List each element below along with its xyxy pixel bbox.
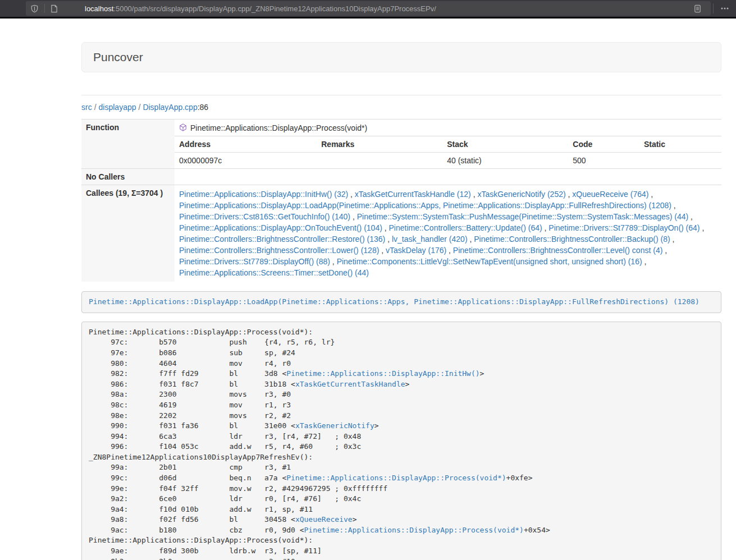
function-row: Function Pinetime::Applications::Display… xyxy=(81,120,721,136)
reader-mode-icon[interactable] xyxy=(688,1,706,16)
no-callers-label: No Callers xyxy=(81,169,175,185)
callee-link[interactable]: Pinetime::Applications::Screens::Timer::… xyxy=(179,268,369,277)
function-table: Function Pinetime::Applications::Display… xyxy=(81,119,721,282)
column-header-code: Code xyxy=(568,136,639,153)
callee-link[interactable]: Pinetime::Applications::DisplayApp::Init… xyxy=(179,190,348,199)
code-size-value: 500 xyxy=(568,153,639,169)
breadcrumb-separator: / xyxy=(92,103,99,112)
callee-link[interactable]: Pinetime::Drivers::Cst816S::GetTouchInfo… xyxy=(179,212,350,221)
app-header: Puncover xyxy=(81,42,721,72)
callee-link[interactable]: vTaskDelay (176) xyxy=(386,246,446,255)
remarks-value xyxy=(317,153,442,169)
asm-symbol-link[interactable]: Pinetime::Applications::DisplayApp::Proc… xyxy=(286,474,506,482)
disassembly-block: Pinetime::Applications::DisplayApp::Proc… xyxy=(81,322,721,560)
shield-icon[interactable] xyxy=(30,4,39,13)
symbol-cube-icon xyxy=(179,123,187,131)
callee-link[interactable]: Pinetime::Controllers::Battery::Update()… xyxy=(389,223,542,232)
callee-link[interactable]: Pinetime::Controllers::BrightnessControl… xyxy=(474,235,670,244)
snippet-loadapp-link[interactable]: Pinetime::Applications::DisplayApp::Load… xyxy=(89,297,700,306)
asm-symbol-link[interactable]: Pinetime::Applications::DisplayApp::Init… xyxy=(286,369,479,378)
menu-icon[interactable] xyxy=(716,1,734,16)
breadcrumb-separator: / xyxy=(136,103,143,112)
callee-link[interactable]: Pinetime::Applications::DisplayApp::Load… xyxy=(179,201,671,210)
callee-link[interactable]: Pinetime::Components::LittleVgl::SetNewT… xyxy=(337,257,642,266)
callers-cell xyxy=(175,169,721,185)
page-info-icon[interactable] xyxy=(51,4,58,13)
asm-symbol-link[interactable]: xQueueReceive xyxy=(295,515,353,524)
callee-link[interactable]: Pinetime::Applications::DisplayApp::OnTo… xyxy=(179,223,382,232)
breadcrumb-line-number: :86 xyxy=(198,103,208,112)
callee-link[interactable]: Pinetime::Controllers::BrightnessControl… xyxy=(453,246,662,255)
url-path: :5000/path/src/displayapp/DisplayApp.cpp… xyxy=(113,4,436,13)
toolbar-divider xyxy=(713,3,714,13)
url-bar[interactable]: localhost:5000/path/src/displayapp/Displ… xyxy=(26,1,711,16)
divider xyxy=(81,95,721,95)
disassembly-code: Pinetime::Applications::DisplayApp::Proc… xyxy=(89,328,550,560)
asm-symbol-link[interactable]: xTaskGetCurrentTaskHandle xyxy=(295,380,405,388)
stack-value: 40 (static) xyxy=(442,153,568,169)
callees-links: Pinetime::Applications::DisplayApp::Init… xyxy=(175,185,721,282)
page-container: Puncover src/displayapp/DisplayApp.cpp:8… xyxy=(81,42,721,560)
callee-link[interactable]: lv_task_handler (420) xyxy=(392,235,468,244)
callee-link[interactable]: Pinetime::Controllers::BrightnessControl… xyxy=(179,235,385,244)
column-header-static: Static xyxy=(639,136,721,153)
page-title: Puncover xyxy=(93,51,710,64)
callee-link[interactable]: xTaskGenericNotify (252) xyxy=(477,190,565,199)
callees-row: Callees (19, Σ=3704 ) Pinetime::Applicat… xyxy=(81,185,721,282)
column-header-stack: Stack xyxy=(442,136,568,153)
function-stats-table: Address Remarks Stack Code Static 0x0000… xyxy=(175,136,721,168)
breadcrumb-link-displayapp[interactable]: displayapp xyxy=(99,103,136,112)
callee-link[interactable]: Pinetime::System::SystemTask::PushMessag… xyxy=(357,212,689,221)
address-value: 0x0000097c xyxy=(175,153,317,169)
callees-label: Callees (19, Σ=3704 ) xyxy=(81,185,175,282)
breadcrumb: src/displayapp/DisplayApp.cpp:86 xyxy=(81,103,721,112)
breadcrumb-link-src[interactable]: src xyxy=(81,103,92,112)
asm-symbol-link[interactable]: Pinetime::Applications::DisplayApp::Proc… xyxy=(304,526,524,534)
snippet-block: Pinetime::Applications::DisplayApp::Load… xyxy=(81,291,721,313)
callee-link[interactable]: xTaskGetCurrentTaskHandle (12) xyxy=(355,190,471,199)
callee-link[interactable]: Pinetime::Controllers::BrightnessControl… xyxy=(179,246,379,255)
column-header-remarks: Remarks xyxy=(317,136,442,153)
url-bar-divider xyxy=(44,4,45,13)
callers-row: No Callers xyxy=(81,169,721,185)
url-text[interactable]: localhost:5000/path/src/displayapp/Displ… xyxy=(85,4,436,13)
callee-link[interactable]: Pinetime::Drivers::St7789::DisplayOff() … xyxy=(179,257,330,266)
column-header-address: Address xyxy=(175,136,317,153)
browser-toolbar: localhost:5000/path/src/displayapp/Displ… xyxy=(0,0,736,19)
callee-link[interactable]: xQueueReceive (764) xyxy=(572,190,648,199)
url-host: localhost xyxy=(85,4,113,13)
static-value xyxy=(639,153,721,169)
function-stats-row: Address Remarks Stack Code Static 0x0000… xyxy=(81,136,721,169)
breadcrumb-link-file[interactable]: DisplayApp.cpp xyxy=(143,103,197,112)
asm-symbol-link[interactable]: xTaskGenericNotify xyxy=(295,421,374,430)
function-row-label: Function xyxy=(81,120,175,169)
callee-link[interactable]: Pinetime::Drivers::St7789::DisplayOn() (… xyxy=(548,223,700,232)
function-name: Pinetime::Applications::DisplayApp::Proc… xyxy=(190,123,367,132)
